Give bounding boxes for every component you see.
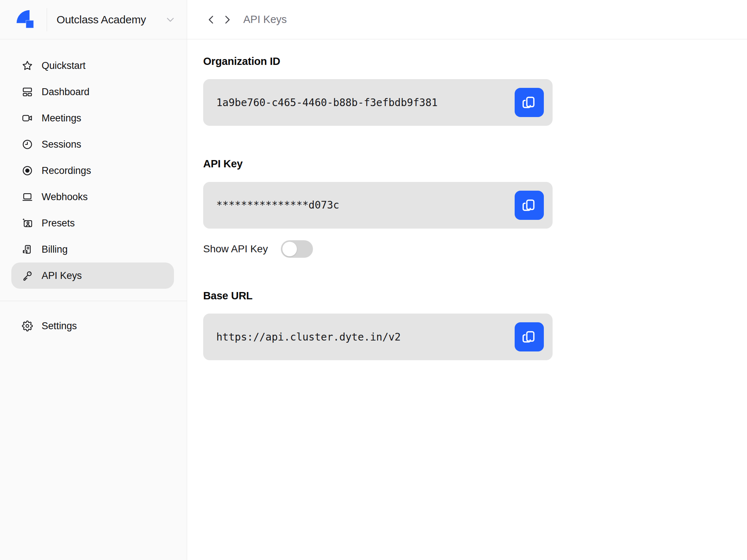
sidebar-item-label: Meetings (42, 113, 81, 124)
presets-person-icon (22, 218, 33, 229)
sidebar-nav: Quickstart Dashboard Meetings Sessions (0, 39, 187, 339)
sidebar: Outclass Academy Quickstart Dashboard (0, 0, 187, 560)
topbar: API Keys (187, 0, 747, 39)
base-url-field: https://api.cluster.dyte.in/v2 (203, 314, 553, 360)
brand-separator (47, 8, 47, 31)
star-icon (22, 60, 33, 71)
chevron-down-icon (165, 14, 176, 25)
copy-base-url-button[interactable] (515, 322, 544, 351)
copy-api-key-button[interactable] (515, 191, 544, 220)
show-api-key-toggle[interactable] (281, 240, 313, 258)
sidebar-item-label: Quickstart (42, 60, 86, 71)
chevron-right-icon (221, 14, 233, 26)
sidebar-item-dashboard[interactable]: Dashboard (11, 79, 174, 105)
laptop-icon (22, 191, 33, 202)
copy-organization-id-button[interactable] (515, 88, 544, 117)
copy-icon (522, 329, 537, 345)
copy-icon (522, 95, 537, 110)
sidebar-item-label: Recordings (42, 165, 91, 176)
sidebar-item-label: Dashboard (42, 86, 89, 98)
base-url-value: https://api.cluster.dyte.in/v2 (216, 331, 515, 343)
api-key-field: ***************d073c (203, 182, 553, 229)
dyte-logo-icon (14, 9, 34, 31)
page-title: API Keys (243, 13, 287, 26)
page-content: Organization ID 1a9be760-c465-4460-b88b-… (187, 39, 747, 392)
brand-bar: Outclass Academy (0, 0, 187, 39)
video-camera-icon (22, 113, 33, 124)
sidebar-item-label: Webhooks (42, 191, 88, 203)
org-switcher[interactable]: Outclass Academy (57, 13, 176, 26)
show-api-key-label: Show API Key (203, 243, 268, 255)
sidebar-item-billing[interactable]: Billing (11, 236, 174, 262)
gear-icon (22, 320, 33, 331)
key-icon (22, 270, 33, 281)
base-url-label: Base URL (203, 290, 747, 302)
record-icon (22, 165, 33, 176)
copy-icon (522, 198, 537, 213)
toggle-knob (282, 242, 297, 256)
dashboard-icon (22, 86, 33, 97)
organization-id-field: 1a9be760-c465-4460-b88b-f3efbdb9f381 (203, 79, 553, 126)
forward-button[interactable] (219, 12, 235, 28)
api-key-value: ***************d073c (216, 199, 515, 211)
sidebar-footer: Settings (0, 301, 187, 339)
sidebar-item-label: API Keys (42, 270, 82, 281)
organization-id-value: 1a9be760-c465-4460-b88b-f3efbdb9f381 (216, 97, 515, 109)
app-window: Outclass Academy Quickstart Dashboard (0, 0, 747, 560)
sidebar-item-webhooks[interactable]: Webhooks (11, 184, 174, 210)
sidebar-item-presets[interactable]: Presets (11, 210, 174, 236)
show-api-key-row: Show API Key (203, 240, 747, 258)
back-button[interactable] (203, 12, 219, 28)
sidebar-item-api-keys[interactable]: API Keys (11, 262, 174, 289)
clock-icon (22, 139, 33, 150)
sidebar-item-label: Settings (42, 320, 77, 332)
sidebar-item-settings[interactable]: Settings (11, 313, 174, 339)
org-name: Outclass Academy (57, 13, 146, 26)
sidebar-item-sessions[interactable]: Sessions (11, 131, 174, 158)
chevron-left-icon (205, 14, 217, 26)
sidebar-item-label: Billing (42, 244, 67, 255)
sidebar-item-recordings[interactable]: Recordings (11, 158, 174, 184)
api-key-label: API Key (203, 158, 747, 170)
sidebar-item-quickstart[interactable]: Quickstart (11, 52, 174, 79)
billing-receipt-icon (22, 244, 33, 255)
sidebar-item-label: Presets (42, 218, 75, 229)
main-area: API Keys Organization ID 1a9be760-c465-4… (187, 0, 747, 560)
organization-id-label: Organization ID (203, 55, 747, 67)
sidebar-item-meetings[interactable]: Meetings (11, 105, 174, 131)
sidebar-item-label: Sessions (42, 139, 81, 150)
